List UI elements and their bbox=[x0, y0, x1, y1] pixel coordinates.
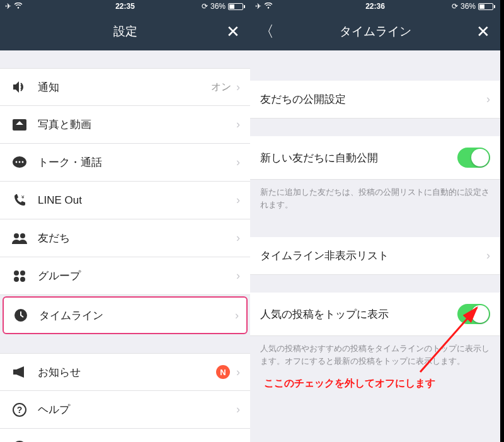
chat-icon bbox=[10, 156, 29, 170]
close-icon[interactable]: ✕ bbox=[226, 22, 240, 42]
row-label: 友だちの公開設定 bbox=[260, 92, 486, 107]
settings-row-people[interactable]: 友だち› bbox=[0, 219, 250, 257]
row-description: 新たに追加した友だちは、投稿の公開リストに自動的に設定されます。 bbox=[250, 180, 500, 219]
people-icon bbox=[10, 232, 29, 245]
grid-icon bbox=[10, 270, 29, 282]
svg-point-3 bbox=[16, 161, 18, 163]
settings-row-chat[interactable]: トーク・通話› bbox=[0, 144, 250, 182]
chevron-right-icon: › bbox=[235, 309, 239, 322]
timeline-row[interactable]: 新しい友だちに自動公開 bbox=[250, 136, 500, 180]
new-badge: N bbox=[216, 365, 230, 379]
row-label: トーク・通話 bbox=[38, 155, 236, 170]
settings-row-photo[interactable]: 写真と動画› bbox=[0, 106, 250, 144]
wifi-icon bbox=[14, 2, 23, 11]
lock-icon: ⟳ bbox=[202, 2, 208, 11]
svg-line-18 bbox=[420, 308, 477, 372]
battery-icon bbox=[228, 3, 245, 10]
settings-row-grid[interactable]: グループ› bbox=[0, 257, 250, 295]
megaphone-icon bbox=[10, 366, 29, 378]
settings-row-megaphone[interactable]: お知らせN› bbox=[0, 353, 250, 391]
svg-text:?: ? bbox=[17, 405, 23, 415]
row-label: 新しい友だちに自動公開 bbox=[260, 151, 457, 165]
row-label: LINE Out bbox=[38, 194, 236, 207]
toggle-switch[interactable] bbox=[457, 148, 490, 168]
annotation-arrow-icon bbox=[408, 296, 490, 378]
clock-icon bbox=[11, 308, 30, 322]
chevron-right-icon: › bbox=[236, 269, 240, 282]
status-bar: ✈ 22:36 ⟳ 36% bbox=[250, 0, 500, 13]
row-label: ヘルプ bbox=[38, 402, 236, 417]
timeline-row[interactable]: タイムライン非表示リスト› bbox=[250, 237, 500, 275]
row-label: タイムライン非表示リスト bbox=[260, 248, 486, 263]
settings-row-phone[interactable]: ¥LINE Out› bbox=[0, 182, 250, 219]
status-time: 22:35 bbox=[115, 2, 135, 11]
row-label: 友だち bbox=[38, 231, 236, 245]
status-bar: ✈ 22:35 ⟳ 36% bbox=[0, 0, 250, 13]
lock-icon: ⟳ bbox=[452, 2, 458, 11]
status-time: 22:36 bbox=[365, 2, 385, 11]
settings-row-clock[interactable]: タイムライン› bbox=[3, 296, 248, 334]
svg-point-5 bbox=[22, 161, 24, 163]
row-label: 通知 bbox=[38, 80, 211, 95]
chevron-right-icon: › bbox=[236, 231, 240, 245]
help-icon: ? bbox=[10, 403, 29, 417]
chevron-right-icon: › bbox=[486, 93, 490, 106]
phone-icon: ¥ bbox=[10, 194, 29, 207]
svg-point-7 bbox=[14, 233, 19, 238]
chevron-right-icon: › bbox=[236, 118, 240, 131]
airplane-icon: ✈ bbox=[255, 2, 261, 11]
svg-text:¥: ¥ bbox=[21, 194, 25, 200]
svg-point-10 bbox=[20, 270, 25, 276]
battery-pct: 36% bbox=[461, 2, 476, 11]
svg-point-11 bbox=[14, 277, 19, 282]
screen-timeline-settings: ✈ 22:36 ⟳ 36% 〈 タイムライン ✕ 友だちの公開設定›新しい友だち… bbox=[250, 0, 500, 442]
battery-pct: 36% bbox=[210, 2, 226, 11]
photo-icon bbox=[10, 119, 29, 131]
chevron-right-icon: › bbox=[236, 403, 240, 416]
svg-point-12 bbox=[20, 277, 25, 282]
row-label: タイムライン bbox=[39, 308, 235, 323]
battery-icon bbox=[478, 3, 495, 10]
screen-settings: ✈ 22:35 ⟳ 36% 設定 ✕ 通知オン›写真と動画›トーク・通話›¥LI… bbox=[0, 0, 250, 442]
svg-point-9 bbox=[14, 270, 19, 276]
airplane-icon: ✈ bbox=[5, 2, 11, 11]
settings-row-speaker[interactable]: 通知オン› bbox=[0, 68, 250, 106]
chevron-right-icon: › bbox=[236, 366, 240, 379]
chevron-right-icon: › bbox=[236, 156, 240, 169]
nav-title: タイムライン bbox=[340, 23, 411, 40]
chevron-right-icon: › bbox=[486, 249, 490, 262]
row-label: グループ bbox=[38, 269, 236, 283]
row-value: オン bbox=[211, 81, 231, 94]
nav-title: 設定 bbox=[113, 23, 137, 40]
row-label: お知らせ bbox=[38, 365, 216, 380]
row-label: 写真と動画 bbox=[38, 117, 236, 132]
chevron-right-icon: › bbox=[236, 194, 240, 207]
svg-point-4 bbox=[19, 161, 21, 163]
settings-list: 通知オン›写真と動画›トーク・通話›¥LINE Out›友だち›グループ›タイム… bbox=[0, 50, 250, 442]
settings-row-info[interactable]: iLINEについて› bbox=[0, 429, 250, 442]
timeline-row[interactable]: 友だちの公開設定› bbox=[250, 81, 500, 119]
wifi-icon bbox=[264, 2, 273, 11]
speaker-icon bbox=[10, 80, 29, 94]
annotation-text: ここのチェックを外してオフにします bbox=[264, 377, 435, 390]
chevron-right-icon: › bbox=[236, 81, 240, 94]
close-icon[interactable]: ✕ bbox=[476, 22, 490, 42]
nav-bar: 設定 ✕ bbox=[0, 13, 250, 50]
svg-point-8 bbox=[20, 233, 25, 238]
settings-row-help[interactable]: ?ヘルプ› bbox=[0, 391, 250, 429]
back-icon[interactable]: 〈 bbox=[259, 21, 274, 42]
nav-bar: 〈 タイムライン ✕ bbox=[250, 13, 500, 50]
